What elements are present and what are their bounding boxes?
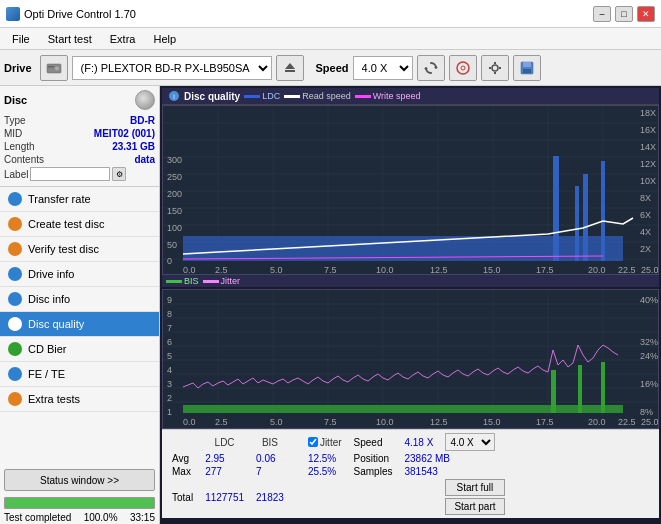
svg-text:10X: 10X bbox=[640, 176, 656, 186]
nav-icon-create bbox=[8, 217, 22, 231]
minimize-button[interactable]: – bbox=[593, 6, 611, 22]
left-panel: Disc Type BD-R MID MEIT02 (001) Length 2… bbox=[0, 86, 160, 524]
svg-text:12.5: 12.5 bbox=[430, 417, 448, 427]
svg-text:5.0: 5.0 bbox=[270, 265, 283, 275]
jitter-checkbox[interactable] bbox=[308, 437, 318, 447]
settings-btn[interactable] bbox=[481, 55, 509, 81]
app-icon bbox=[6, 7, 20, 21]
svg-rect-4 bbox=[285, 70, 295, 72]
disc-header: Disc bbox=[4, 90, 155, 110]
save-btn[interactable] bbox=[513, 55, 541, 81]
nav-label-transfer: Transfer rate bbox=[28, 193, 91, 205]
menu-file[interactable]: File bbox=[4, 31, 38, 47]
nav-disc-quality[interactable]: Disc quality bbox=[0, 312, 159, 337]
save-icon bbox=[520, 61, 534, 75]
total-ldc: 1127751 bbox=[199, 478, 250, 516]
max-bis: 7 bbox=[250, 465, 290, 478]
nav-drive-info[interactable]: Drive info bbox=[0, 262, 159, 287]
nav-cd-bier[interactable]: CD Bier bbox=[0, 337, 159, 362]
svg-rect-114 bbox=[601, 362, 605, 413]
maximize-button[interactable]: □ bbox=[615, 6, 633, 22]
svg-text:17.5: 17.5 bbox=[536, 265, 554, 275]
nav-create-test-disc[interactable]: Create test disc bbox=[0, 212, 159, 237]
speed-stat-select[interactable]: 4.0 X bbox=[445, 433, 495, 451]
svg-text:8X: 8X bbox=[640, 193, 651, 203]
svg-rect-65 bbox=[553, 156, 559, 261]
max-ldc: 277 bbox=[199, 465, 250, 478]
drive-select[interactable]: (F:) PLEXTOR BD-R PX-LB950SA 1.06 bbox=[72, 56, 272, 80]
nav-transfer-rate[interactable]: Transfer rate bbox=[0, 187, 159, 212]
svg-text:100: 100 bbox=[167, 223, 182, 233]
chart-title: Disc quality bbox=[184, 91, 240, 102]
svg-text:5: 5 bbox=[167, 351, 172, 361]
svg-rect-13 bbox=[499, 67, 501, 69]
chart-header-icon: i bbox=[168, 90, 180, 102]
disc-label-btn[interactable]: ⚙ bbox=[112, 167, 126, 181]
status-text-row: Test completed 100.0% 33:15 bbox=[0, 511, 159, 524]
nav-fe-te[interactable]: FE / TE bbox=[0, 362, 159, 387]
svg-text:2.5: 2.5 bbox=[215, 265, 228, 275]
svg-text:16X: 16X bbox=[640, 125, 656, 135]
svg-text:10.0: 10.0 bbox=[376, 265, 394, 275]
progress-bar-container bbox=[4, 497, 155, 509]
status-window-btn[interactable]: Status window >> bbox=[4, 469, 155, 491]
legend-jitter-color bbox=[203, 280, 219, 283]
disc-section: Disc Type BD-R MID MEIT02 (001) Length 2… bbox=[0, 86, 159, 187]
disc-btn[interactable] bbox=[449, 55, 477, 81]
nav-extra-tests[interactable]: Extra tests bbox=[0, 387, 159, 412]
refresh-btn[interactable] bbox=[417, 55, 445, 81]
start-full-button[interactable]: Start full bbox=[445, 479, 504, 496]
svg-text:2X: 2X bbox=[640, 244, 651, 254]
drive-icon-btn[interactable] bbox=[40, 55, 68, 81]
nav-label-verify: Verify test disc bbox=[28, 243, 99, 255]
nav-label-drive: Drive info bbox=[28, 268, 74, 280]
start-part-button[interactable]: Start part bbox=[445, 498, 504, 515]
col-jitter: Jitter bbox=[302, 432, 348, 452]
max-jitter: 25.5% bbox=[302, 465, 348, 478]
svg-text:4X: 4X bbox=[640, 227, 651, 237]
svg-point-8 bbox=[461, 66, 465, 70]
svg-text:20.0: 20.0 bbox=[588, 265, 606, 275]
disc-label-input[interactable] bbox=[30, 167, 110, 181]
nav-verify-test-disc[interactable]: Verify test disc bbox=[0, 237, 159, 262]
svg-point-7 bbox=[457, 62, 469, 74]
close-button[interactable]: ✕ bbox=[637, 6, 655, 22]
menu-start-test[interactable]: Start test bbox=[40, 31, 100, 47]
disc-type-val: BD-R bbox=[130, 115, 155, 126]
nav-icon-fe-te bbox=[8, 367, 22, 381]
main-layout: Disc Type BD-R MID MEIT02 (001) Length 2… bbox=[0, 86, 661, 524]
avg-ldc: 2.95 bbox=[199, 452, 250, 465]
title-bar: Opti Drive Control 1.70 – □ ✕ bbox=[0, 0, 661, 28]
svg-text:200: 200 bbox=[167, 189, 182, 199]
svg-text:250: 250 bbox=[167, 172, 182, 182]
legend-ldc-color bbox=[244, 95, 260, 98]
right-panel: i Disc quality LDC Read speed Write spee… bbox=[160, 86, 661, 524]
svg-text:10.0: 10.0 bbox=[376, 417, 394, 427]
svg-text:2: 2 bbox=[167, 393, 172, 403]
eject-btn[interactable] bbox=[276, 55, 304, 81]
svg-text:18X: 18X bbox=[640, 108, 656, 118]
nav-label-cd-bier: CD Bier bbox=[28, 343, 67, 355]
svg-text:300: 300 bbox=[167, 155, 182, 165]
svg-text:16%: 16% bbox=[640, 379, 658, 389]
svg-text:8%: 8% bbox=[640, 407, 653, 417]
menu-extra[interactable]: Extra bbox=[102, 31, 144, 47]
speed-select[interactable]: 4.0 X bbox=[353, 56, 413, 80]
svg-text:0.0: 0.0 bbox=[183, 417, 196, 427]
disc-title: Disc bbox=[4, 94, 27, 106]
nav-icon-disc-info bbox=[8, 292, 22, 306]
menu-help[interactable]: Help bbox=[145, 31, 184, 47]
nav-disc-info[interactable]: Disc info bbox=[0, 287, 159, 312]
nav-items: Transfer rate Create test disc Verify te… bbox=[0, 187, 159, 465]
chart-ldc: 0 50 100 150 200 250 300 18X 16X 14X 12X… bbox=[162, 105, 659, 275]
drive-icon bbox=[46, 60, 62, 76]
disc-icon bbox=[456, 61, 470, 75]
nav-label-disc-info: Disc info bbox=[28, 293, 70, 305]
nav-icon-drive bbox=[8, 267, 22, 281]
svg-text:25.0 GB: 25.0 GB bbox=[641, 265, 658, 275]
svg-text:7.5: 7.5 bbox=[324, 417, 337, 427]
row-max-label: Max bbox=[166, 465, 199, 478]
svg-point-9 bbox=[492, 65, 498, 71]
svg-text:7: 7 bbox=[167, 323, 172, 333]
svg-text:22.5: 22.5 bbox=[618, 265, 636, 275]
